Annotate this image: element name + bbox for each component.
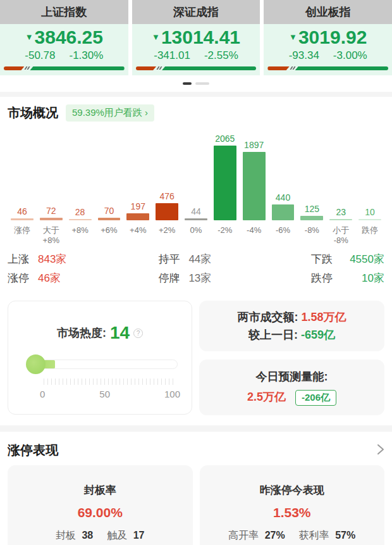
up-down-ratio-bar <box>136 66 257 70</box>
stats-column: 上涨843家涨停46家 <box>8 252 158 285</box>
chart-bar-value: 2065 <box>215 134 235 144</box>
stats-column: 下跌4550家跌停10家 <box>267 252 384 285</box>
heat-value: 14 <box>110 324 130 342</box>
section-divider <box>0 92 392 97</box>
forecast-diff-badge: -206亿 <box>295 390 336 406</box>
heat-label: 市场热度: <box>57 325 106 341</box>
heat-gauge-scale: 050100 <box>17 385 183 399</box>
chart-axis-label: +2% <box>154 225 180 249</box>
chart-bar-value: 476 <box>159 191 174 201</box>
chart-bar-value: 1897 <box>244 140 264 150</box>
market-breadth-chart: 4672287019747644206518974401252310 <box>8 132 384 220</box>
turnover-diff-label: 较上一日: <box>248 329 298 341</box>
sentiment-badge[interactable]: 59.39%用户看跌 › <box>66 104 154 122</box>
limit-up-stat-value: 17 <box>133 530 145 541</box>
limit-up-card[interactable]: 封板率69.00%封板 38触及 17 <box>8 465 193 545</box>
chart-axis-label: 涨停 <box>9 225 35 249</box>
pager-dot[interactable] <box>195 82 209 85</box>
ratio-bar-down-segment <box>295 66 388 70</box>
pager-dot-active[interactable] <box>183 82 192 85</box>
index-name: 创业板指 <box>264 0 392 24</box>
down-arrow-icon: ▼ <box>289 27 297 48</box>
heat-gauge-track <box>35 360 178 369</box>
limit-up-card-value: 69.00% <box>8 505 193 520</box>
stats-value: 46家 <box>38 271 61 285</box>
forecast-value: 2.5万亿 <box>247 391 286 403</box>
heat-scale-label: 0 <box>40 389 45 399</box>
index-card[interactable]: 深证成指▼13014.41-341.01-2.55% <box>132 0 260 75</box>
limit-up-cards-row: 封板率69.00%封板 38触及 17昨涨停今表现1.53%高开率 27%获利率… <box>0 465 392 545</box>
index-change-row: -341.01-2.55% <box>136 49 257 62</box>
chart-bar <box>272 204 295 220</box>
slash-mark <box>27 66 30 70</box>
stats-row: 上涨843家 <box>8 252 158 266</box>
limit-up-card-title: 昨涨停今表现 <box>200 483 385 498</box>
stats-label: 上涨 <box>8 252 29 266</box>
limit-up-stat: 触及 17 <box>107 529 144 542</box>
index-card[interactable]: 创业板指▼3019.92-93.34-3.00% <box>264 0 392 75</box>
chart-bar <box>329 219 352 220</box>
chart-bar-value: 72 <box>46 206 56 216</box>
chart-column: 44 <box>185 206 207 220</box>
stats-row: 跌停10家 <box>311 271 384 285</box>
chart-column: 70 <box>98 206 121 220</box>
stats-label: 下跌 <box>311 252 333 266</box>
market-breadth-axis: 涨停大于 +8%+8%+6%+4%+2%0%-2%-4%-6%-8%小于 -8%… <box>8 225 384 249</box>
chart-axis-label: +6% <box>96 225 123 249</box>
index-name: 深证成指 <box>132 0 260 24</box>
chart-bar-value: 125 <box>305 204 319 214</box>
chart-axis-label: -4% <box>241 225 267 249</box>
index-card[interactable]: 上证指数▼3846.25-50.78-1.30% <box>0 0 128 75</box>
forecast-card: 今日预测量能: 2.5万亿 -206亿 <box>199 360 384 415</box>
index-value-number: 3019.92 <box>298 27 367 48</box>
heat-scale-label: 50 <box>99 389 110 399</box>
stats-label: 持平 <box>158 252 180 266</box>
index-name: 上证指数 <box>0 0 128 24</box>
ratio-bar-separator <box>24 66 30 70</box>
market-heat-card: 市场热度: 14 ? 050100 <box>8 301 192 415</box>
stats-row: 下跌4550家 <box>311 252 384 266</box>
chart-column: 440 <box>272 192 295 220</box>
chart-bar-value: 197 <box>131 201 145 211</box>
stats-value: 4550家 <box>350 252 384 266</box>
chart-column: 72 <box>40 206 63 220</box>
limit-up-card-stats: 封板 38触及 17 <box>8 529 193 542</box>
limit-up-stat-value: 38 <box>82 530 93 541</box>
limit-up-header[interactable]: 涨停表现 <box>0 432 392 465</box>
chart-bar-value: 70 <box>104 206 114 216</box>
index-value-number: 3846.25 <box>35 27 103 48</box>
chart-bar <box>214 146 236 220</box>
chart-bar-value: 10 <box>365 207 375 217</box>
help-icon[interactable]: ? <box>133 329 143 338</box>
chart-axis-label: 小于 -8% <box>328 225 354 249</box>
stats-value: 10家 <box>362 271 384 285</box>
stats-value: 44家 <box>188 252 211 266</box>
ratio-bar-down-segment <box>30 66 124 70</box>
stats-label: 停牌 <box>158 271 180 285</box>
index-value: ▼3846.25 <box>4 27 125 48</box>
stats-value: 13家 <box>188 271 211 285</box>
chart-axis-label: +8% <box>67 225 94 249</box>
index-change: -93.34 <box>289 49 319 62</box>
turnover-label: 两市成交额: <box>237 311 298 323</box>
market-overview-section: 市场概况 59.39%用户看跌 › 4672287019747644206518… <box>0 104 392 415</box>
stats-label: 跌停 <box>311 271 333 285</box>
up-down-ratio-bar <box>4 66 125 70</box>
heat-scale-label: 100 <box>164 389 180 399</box>
index-value: ▼3019.92 <box>267 27 388 48</box>
limit-up-stat: 高开率 27% <box>228 529 285 542</box>
index-change-pct: -2.55% <box>204 49 238 62</box>
index-card-body: ▼13014.41-341.01-2.55% <box>132 24 260 75</box>
stats-value: 843家 <box>38 252 66 266</box>
index-change-pct: -3.00% <box>333 49 367 62</box>
limit-up-card[interactable]: 昨涨停今表现1.53%高开率 27%获利率 57% <box>200 465 385 545</box>
ratio-bar-down-segment <box>162 66 256 70</box>
limit-up-stat-value: 27% <box>265 530 285 541</box>
chart-bar <box>126 213 149 220</box>
index-card-body: ▼3846.25-50.78-1.30% <box>0 24 128 75</box>
chevron-right-icon <box>377 443 384 458</box>
ratio-bar-separator <box>290 66 295 70</box>
turnover-diff-value: -659亿 <box>301 329 335 341</box>
heat-gauge <box>17 356 183 377</box>
stats-row: 停牌13家 <box>158 271 267 285</box>
